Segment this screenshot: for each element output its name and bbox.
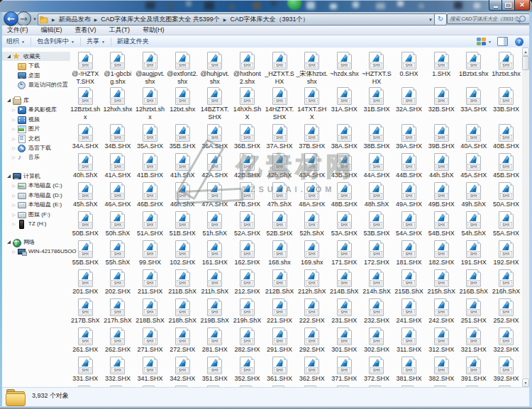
breadcrumb-segment-3[interactable]: CAD字体库大全（3931个） <box>230 15 309 24</box>
file-item[interactable]: SHX252.SHX <box>490 296 522 325</box>
file-item[interactable]: SHX181.SHX <box>393 238 426 267</box>
sidebar-item-2-6[interactable]: ▷♪音乐 <box>11 152 40 162</box>
file-item[interactable]: SHX99.SHX <box>134 238 167 267</box>
file-item[interactable]: SHX51h.ShX <box>199 209 231 238</box>
file-item[interactable]: SHX~hzdx.shx <box>328 50 361 85</box>
file-item[interactable]: SHX42B.SHX <box>231 151 264 180</box>
refresh-button[interactable]: ↻ <box>434 13 447 26</box>
maximize-button[interactable] <box>502 0 515 11</box>
file-item[interactable]: SHX39A.SHX <box>393 122 426 151</box>
file-item[interactable]: SHX14hXh.ShX <box>231 85 264 122</box>
sidebar-item-1-1[interactable]: ↓下载 <box>11 61 40 70</box>
sidebar-item-3-3[interactable]: ▷本地磁盘 (E:) <box>11 200 62 209</box>
file-item[interactable]: SHX391.SHX <box>458 354 490 383</box>
sidebar-group-3[interactable]: 计算机 <box>6 172 40 181</box>
file-item[interactable]: SHX214B.ShX <box>328 267 361 296</box>
search-box[interactable]: 搜索 CAD字体库大全（3931个） <box>447 13 530 24</box>
file-item[interactable]: SHX219h.ShX <box>231 296 264 325</box>
file-item[interactable]: SHX282.SHX <box>231 325 264 354</box>
file-item[interactable]: SHX0.SHX <box>393 50 426 85</box>
file-item[interactable]: SHX215h.ShX <box>425 267 458 296</box>
file-item[interactable]: SHX161.SHX <box>199 238 231 267</box>
file-item[interactable]: SHX47B.SHX <box>231 180 264 209</box>
file-item[interactable]: SHX352.SHX <box>231 354 264 383</box>
expander-closed-icon[interactable]: ▷ <box>11 182 16 189</box>
scrollbar-thumb[interactable] <box>522 56 529 70</box>
expander-closed-icon[interactable]: ▷ <box>11 106 16 113</box>
file-item[interactable]: SHX217B.ShX <box>70 296 102 325</box>
expander-closed-icon[interactable]: ▷ <box>11 154 16 160</box>
file-item[interactable]: SHX231.SHX <box>328 296 361 325</box>
file-item[interactable]: SHX@huhjpvt.shx <box>199 50 231 85</box>
file-item[interactable]: SHX251.SHX <box>458 296 490 325</box>
file-item[interactable]: SHX41B.SHX <box>134 151 167 180</box>
expander-closed-icon[interactable]: ▷ <box>11 125 16 132</box>
file-item[interactable]: SHX50h.ShX <box>101 209 134 238</box>
expander-open-icon[interactable] <box>6 173 11 179</box>
file-item[interactable]: SHX44A.SHX <box>360 151 393 180</box>
sidebar-group-1[interactable]: ★收藏夹 <box>6 52 40 61</box>
file-item[interactable]: SHX40A.SHX <box>458 122 490 151</box>
file-item[interactable]: SHX215B.ShX <box>393 267 426 296</box>
file-item[interactable]: SHX41h.ShX <box>166 151 199 180</box>
file-item[interactable]: SHX36A.SHX <box>199 122 231 151</box>
file-item[interactable]: SHX51A.SHX <box>134 209 167 238</box>
file-item[interactable]: SHX43A.SHX <box>296 151 328 180</box>
file-item[interactable]: SHX12Bztxt.shx <box>70 85 102 122</box>
file-item[interactable]: SHX42h.ShX <box>263 151 296 180</box>
file-item[interactable]: SHX311.SHX <box>393 325 426 354</box>
file-item[interactable]: SHX53A.SHX <box>328 209 361 238</box>
toolbar-button-2[interactable]: 包含到库中▼ <box>33 36 79 47</box>
file-item[interactable]: SHX192.SHX <box>490 238 522 267</box>
file-item[interactable]: SHX47h.ShX <box>263 180 296 209</box>
file-item[interactable]: SHX12hztxt.shx <box>134 85 167 122</box>
file-item[interactable]: SHX34B.SHX <box>101 122 134 151</box>
file-item[interactable]: SHX@1-gbcbig.shx <box>101 50 134 85</box>
expander-closed-icon[interactable]: ▷ <box>11 192 16 198</box>
help-button[interactable]: ? <box>515 38 523 46</box>
breadcrumb-segment-1[interactable]: 新商品发布 <box>59 15 91 24</box>
minimize-button[interactable] <box>489 0 502 11</box>
file-item[interactable]: SHX361.SHX <box>263 354 296 383</box>
file-item[interactable]: SHX45B.SHX <box>490 151 522 180</box>
sidebar-item-2-5[interactable]: ▷⬊迅雷下载 <box>11 143 51 152</box>
file-item[interactable]: SHX232.SHX <box>360 296 393 325</box>
file-item[interactable]: SHX372.SHX <box>360 354 393 383</box>
title-bar[interactable] <box>0 0 532 12</box>
file-item[interactable]: SHX168.shx <box>263 238 296 267</box>
file-item[interactable]: SHX222.SHX <box>296 296 328 325</box>
file-item[interactable]: SHX1Bztxt.shx <box>458 50 490 85</box>
file-item[interactable]: SHX31A.SHX <box>328 85 361 122</box>
toolbar-button-1[interactable]: 组织▼ <box>2 36 29 47</box>
file-item[interactable]: SHX48B.SHX <box>328 180 361 209</box>
file-item[interactable]: SHX218h.ShX <box>166 296 199 325</box>
file-item[interactable]: SHX54A.SHX <box>393 209 426 238</box>
file-item[interactable]: SHX219B.ShX <box>199 296 231 325</box>
file-item[interactable]: SHX212.SHX <box>231 267 264 296</box>
file-item[interactable]: SHX34A.SHX <box>70 122 102 151</box>
breadcrumb-segment-2[interactable]: CAD字体库大全及填充图案大全 共5399个 <box>101 15 220 24</box>
file-item[interactable]: SHX262.SHX <box>101 325 134 354</box>
file-item[interactable]: SHX40B.SHX <box>490 122 522 151</box>
file-item[interactable]: SHX33B.SHX <box>490 85 522 122</box>
expander-closed-icon[interactable]: ▷ <box>11 145 16 151</box>
file-item[interactable]: SHX14TXT.SHX <box>296 85 328 122</box>
file-item[interactable]: SHX32B.SHX <box>425 85 458 122</box>
file-item[interactable]: SHX42A.SHX <box>199 151 231 180</box>
expander-closed-icon[interactable]: ▷ <box>11 211 16 218</box>
file-item[interactable]: SHX217h.ShX <box>101 296 134 325</box>
sidebar-item-3-5[interactable]: ▷TZ (H:) <box>11 219 46 228</box>
sidebar-item-3-1[interactable]: ▷本地磁盘 (C:) <box>11 181 62 190</box>
file-item[interactable]: SHX291.SHX <box>263 325 296 354</box>
sidebar-item-1-3[interactable]: 最近访问的位置 <box>11 80 68 89</box>
file-item[interactable]: SHX182.SHX <box>425 238 458 267</box>
file-item[interactable]: SHX46B.SHX <box>134 180 167 209</box>
file-item[interactable]: SHX218B.ShX <box>134 296 167 325</box>
file-item[interactable]: SHX172.SHX <box>360 238 393 267</box>
file-item[interactable]: SHX322.SHX <box>490 325 522 354</box>
search-icon[interactable] <box>519 16 526 22</box>
file-item[interactable]: SHX41A.SHX <box>101 151 134 180</box>
file-item[interactable]: SHX281.SHX <box>199 325 231 354</box>
expander-closed-icon[interactable]: ▷ <box>11 201 16 208</box>
file-item[interactable]: SHX37A.SHX <box>263 122 296 151</box>
